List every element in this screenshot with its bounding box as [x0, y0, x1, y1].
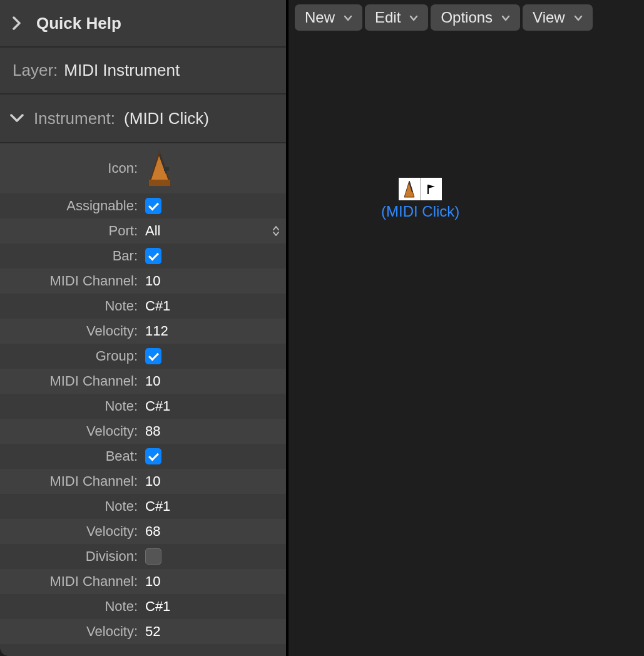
instrument-value: (MIDI Click) — [124, 109, 209, 128]
prop-value: C#1 — [143, 598, 286, 615]
menu-label: Options — [441, 9, 493, 26]
prop-value: 52 — [143, 623, 286, 640]
prop-label: Icon: — [0, 160, 143, 177]
prop-label: Note: — [0, 398, 143, 414]
prop-label: Assignable: — [0, 198, 143, 214]
prop-label: Velocity: — [0, 323, 143, 339]
svg-rect-1 — [149, 180, 170, 186]
chevron-down-icon — [344, 14, 352, 23]
layer-label: Layer: — [13, 61, 58, 80]
svg-marker-7 — [428, 185, 435, 188]
prop-value: 112 — [143, 323, 286, 339]
output-port-icon — [420, 178, 442, 200]
menu-label: View — [533, 9, 565, 26]
checkbox-beat[interactable] — [145, 448, 161, 464]
prop-group-velocity[interactable]: Velocity: 88 — [0, 419, 286, 444]
prop-beat-midi-channel[interactable]: MIDI Channel: 10 — [0, 469, 286, 494]
quick-help-header[interactable]: Quick Help — [0, 0, 286, 48]
prop-value: 10 — [143, 273, 286, 289]
prop-label: Note: — [0, 598, 143, 615]
prop-value: 10 — [143, 473, 286, 489]
prop-label: Note: — [0, 298, 143, 314]
prop-label: Velocity: — [0, 423, 143, 439]
prop-label: Velocity: — [0, 623, 143, 640]
prop-label: Division: — [0, 548, 143, 565]
port-value: All — [145, 223, 160, 239]
prop-label: Group: — [0, 348, 143, 364]
prop-value: 88 — [143, 423, 286, 439]
chevron-down-icon — [574, 14, 583, 23]
prop-label: MIDI Channel: — [0, 473, 143, 489]
prop-bar-note[interactable]: Note: C#1 — [0, 294, 286, 319]
prop-label: Port: — [0, 223, 143, 239]
inspector-panel: Quick Help Layer: MIDI Instrument Instru… — [0, 0, 289, 656]
prop-value: 68 — [143, 523, 286, 540]
prop-bar[interactable]: Bar: — [0, 243, 286, 269]
prop-label: MIDI Channel: — [0, 573, 143, 590]
chevron-down-icon — [9, 110, 25, 126]
prop-label: Velocity: — [0, 523, 143, 540]
menu-label: New — [305, 9, 335, 26]
prop-division[interactable]: Division: — [0, 544, 286, 569]
options-menu[interactable]: Options — [431, 4, 520, 31]
up-down-arrows-icon — [272, 225, 280, 237]
prop-icon[interactable]: Icon: — [0, 143, 286, 193]
svg-rect-3 — [164, 167, 169, 171]
instrument-header[interactable]: Instrument: (MIDI Click) — [0, 95, 286, 143]
prop-group-note[interactable]: Note: C#1 — [0, 394, 286, 419]
layer-row[interactable]: Layer: MIDI Instrument — [0, 48, 286, 95]
quick-help-title: Quick Help — [36, 14, 121, 33]
prop-label: Bar: — [0, 248, 143, 264]
prop-value: C#1 — [143, 498, 286, 515]
prop-beat[interactable]: Beat: — [0, 444, 286, 469]
edit-menu[interactable]: Edit — [365, 4, 428, 31]
prop-label: MIDI Channel: — [0, 373, 143, 389]
prop-port[interactable]: Port: All — [0, 218, 286, 243]
node-label: (MIDI Click) — [381, 203, 459, 220]
prop-value: C#1 — [143, 298, 286, 314]
new-menu[interactable]: New — [295, 4, 362, 31]
environment-canvas-panel: New Edit Options View — [289, 0, 644, 656]
checkbox-bar[interactable] — [145, 248, 161, 264]
prop-beat-note[interactable]: Note: C#1 — [0, 494, 286, 519]
prop-value: 10 — [143, 373, 286, 389]
prop-beat-velocity[interactable]: Velocity: 68 — [0, 519, 286, 544]
metronome-icon — [145, 148, 174, 188]
prop-label: Note: — [0, 498, 143, 515]
prop-value: C#1 — [143, 398, 286, 414]
environment-canvas[interactable]: (MIDI Click) — [289, 35, 644, 656]
layer-value: MIDI Instrument — [64, 61, 180, 80]
environment-toolbar: New Edit Options View — [289, 0, 644, 35]
prop-division-note[interactable]: Note: C#1 — [0, 594, 286, 619]
chevron-down-icon — [501, 14, 510, 23]
chevron-down-icon — [409, 14, 418, 23]
prop-label: Beat: — [0, 448, 143, 464]
instrument-label: Instrument: — [34, 109, 115, 128]
prop-division-midi-channel[interactable]: MIDI Channel: 10 — [0, 569, 286, 594]
checkbox-assignable[interactable] — [145, 198, 161, 214]
checkbox-group[interactable] — [145, 348, 161, 364]
prop-label: MIDI Channel: — [0, 273, 143, 289]
metronome-icon — [399, 178, 420, 200]
prop-value: 10 — [143, 573, 286, 590]
property-list: Icon: Assignable: P — [0, 143, 286, 644]
prop-group-midi-channel[interactable]: MIDI Channel: 10 — [0, 369, 286, 394]
prop-division-velocity[interactable]: Velocity: 52 — [0, 619, 286, 644]
prop-bar-midi-channel[interactable]: MIDI Channel: 10 — [0, 269, 286, 294]
view-menu[interactable]: View — [523, 4, 593, 31]
menu-label: Edit — [375, 9, 401, 26]
prop-group[interactable]: Group: — [0, 344, 286, 369]
node-box — [399, 178, 442, 200]
prop-bar-velocity[interactable]: Velocity: 112 — [0, 319, 286, 344]
midi-click-node[interactable]: (MIDI Click) — [381, 178, 459, 220]
checkbox-division[interactable] — [145, 548, 161, 565]
chevron-right-icon — [9, 15, 25, 31]
prop-assignable[interactable]: Assignable: — [0, 193, 286, 218]
